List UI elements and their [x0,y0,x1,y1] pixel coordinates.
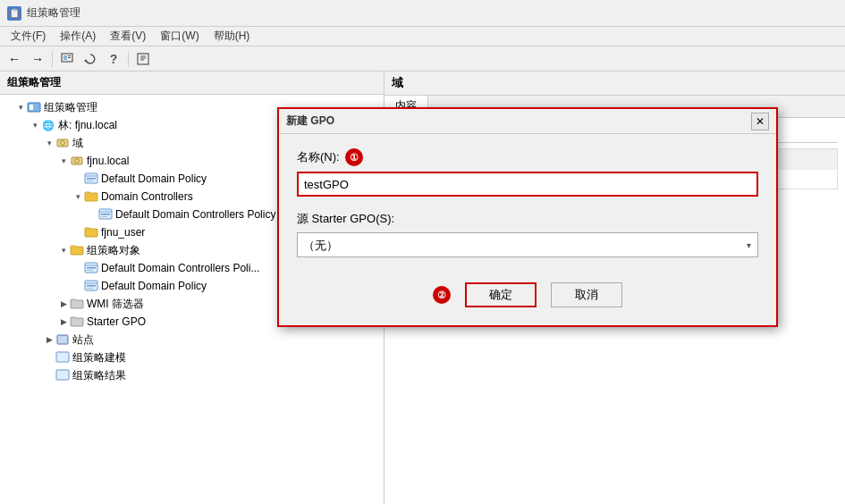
confirm-badge: ② [433,286,451,304]
dialog-title-text: 新建 GPO [286,113,751,129]
modal-overlay: 新建 GPO ✕ 名称(N): ① 源 Starter GPO(S): （无） … [0,0,845,504]
dialog-footer: ② 确定 取消 [297,275,758,311]
name-badge: ① [345,148,363,166]
dialog-title-bar: 新建 GPO ✕ [279,109,776,134]
source-label: 源 Starter GPO(S): [297,211,758,227]
cancel-button[interactable]: 取消 [551,282,622,307]
dialog-body: 名称(N): ① 源 Starter GPO(S): （无） ▾ ② 确定 取消 [279,134,776,325]
name-field-label: 名称(N): ① [297,148,758,166]
name-label-text: 名称(N): [297,149,340,165]
source-select-wrapper: （无） ▾ [297,232,758,257]
new-gpo-dialog: 新建 GPO ✕ 名称(N): ① 源 Starter GPO(S): （无） … [277,107,778,327]
source-gpo-select[interactable]: （无） [297,232,758,257]
confirm-button[interactable]: 确定 [465,282,537,307]
gpo-name-input[interactable] [297,172,758,197]
dialog-close-button[interactable]: ✕ [751,113,769,130]
